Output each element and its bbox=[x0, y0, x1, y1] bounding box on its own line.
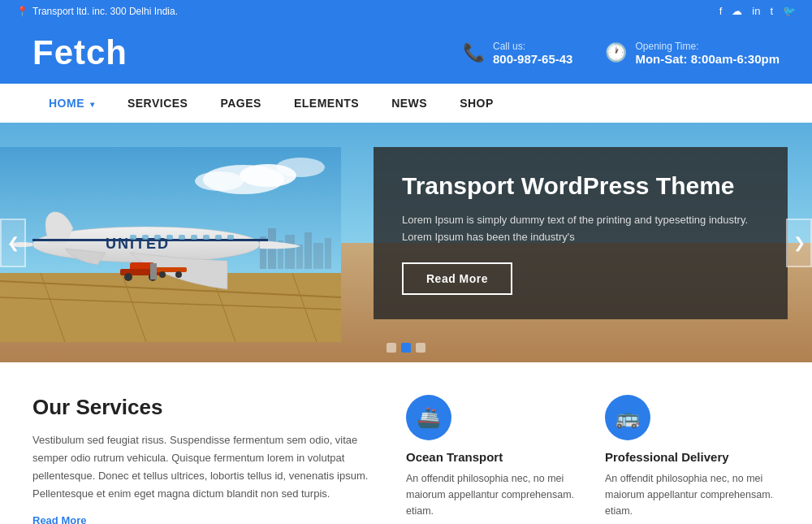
airplane-container: UNITED bbox=[0, 139, 341, 350]
ship-icon: 🚢 bbox=[417, 406, 441, 429]
nav-link-services[interactable]: SERVICES bbox=[111, 84, 205, 123]
hours-contact: 🕐 Opening Time: Mon-Sat: 8:00am-6:30pm bbox=[605, 41, 780, 66]
svg-point-10 bbox=[195, 171, 244, 191]
nav-link-elements[interactable]: ELEMENTS bbox=[278, 84, 375, 123]
phone-info: Call us: 800-987-65-43 bbox=[493, 41, 572, 66]
svg-rect-19 bbox=[325, 238, 331, 269]
svg-rect-36 bbox=[154, 267, 187, 272]
opening-hours: Mon-Sat: 8:00am-6:30pm bbox=[635, 52, 780, 66]
pin-icon: 📍 bbox=[16, 6, 28, 17]
clock-icon: 🕐 bbox=[605, 42, 627, 63]
svg-rect-30 bbox=[215, 235, 222, 240]
ocean-transport-title: Ocean Transport bbox=[406, 450, 503, 464]
services-intro: Our Services Vestibulum sed feugiat risu… bbox=[32, 395, 374, 524]
services-description: Vestibulum sed feugiat risus. Suspendiss… bbox=[32, 431, 374, 503]
svg-point-34 bbox=[124, 273, 132, 281]
read-more-button[interactable]: Read More bbox=[402, 262, 512, 295]
services-read-more-link[interactable]: Read More bbox=[32, 514, 86, 524]
phone-contact: 📞 Call us: 800-987-65-43 bbox=[463, 41, 572, 66]
nav-item-pages[interactable]: PAGES bbox=[204, 84, 277, 123]
svg-rect-31 bbox=[227, 235, 234, 240]
nav-link-shop[interactable]: SHOP bbox=[443, 84, 510, 123]
social-links: f ☁ in t 🐦 bbox=[719, 5, 796, 17]
airplane-svg: UNITED bbox=[0, 147, 341, 342]
nav-list: HOME ▾ SERVICES PAGES ELEMENTS NEWS SHOP bbox=[32, 84, 780, 123]
navigation: HOME ▾ SERVICES PAGES ELEMENTS NEWS SHOP bbox=[0, 84, 812, 123]
nav-link-pages[interactable]: PAGES bbox=[204, 84, 277, 123]
nav-item-shop[interactable]: SHOP bbox=[443, 84, 510, 123]
svg-rect-16 bbox=[296, 245, 303, 269]
hero-title: Transport WordPress Theme bbox=[402, 171, 759, 201]
prev-slide-button[interactable]: ❮ bbox=[0, 219, 26, 267]
svg-point-37 bbox=[159, 271, 166, 278]
linkedin-icon[interactable]: in bbox=[752, 5, 760, 17]
service-card-delivery: 🚌 Professional Delivery An offendit phil… bbox=[605, 395, 780, 524]
service-card-ocean: 🚢 Ocean Transport An offendit philosophi… bbox=[406, 395, 581, 524]
svg-rect-27 bbox=[179, 235, 185, 240]
svg-point-11 bbox=[276, 158, 325, 177]
dot-1[interactable] bbox=[387, 343, 396, 353]
ocean-transport-description: An offendit philosophia nec, no mei maio… bbox=[406, 470, 581, 519]
svg-point-38 bbox=[175, 271, 182, 278]
hours-info: Opening Time: Mon-Sat: 8:00am-6:30pm bbox=[635, 41, 780, 66]
nav-item-home[interactable]: HOME ▾ bbox=[32, 84, 111, 123]
hero-content-box: Transport WordPress Theme Lorem Ipsum is… bbox=[374, 147, 788, 319]
nav-item-services[interactable]: SERVICES bbox=[111, 84, 205, 123]
dot-3[interactable] bbox=[416, 343, 425, 353]
phone-number: 800-987-65-43 bbox=[493, 52, 572, 66]
call-label: Call us: bbox=[493, 41, 572, 52]
next-slide-button[interactable]: ❯ bbox=[786, 219, 812, 267]
svg-rect-18 bbox=[313, 243, 323, 269]
slider-dots bbox=[387, 343, 425, 353]
opening-label: Opening Time: bbox=[635, 41, 780, 52]
delivery-title: Professional Delivery bbox=[605, 450, 729, 464]
chevron-down-icon: ▾ bbox=[90, 100, 95, 109]
phone-icon: 📞 bbox=[463, 42, 485, 63]
svg-rect-28 bbox=[191, 235, 197, 240]
svg-rect-39 bbox=[150, 263, 157, 279]
svg-rect-23 bbox=[130, 235, 136, 240]
header: Fetch 📞 Call us: 800-987-65-43 🕐 Opening… bbox=[0, 22, 812, 84]
address-text: Transport ltd. inc. 300 Delhi India. bbox=[32, 6, 178, 17]
services-heading: Our Services bbox=[32, 395, 374, 420]
delivery-icon-circle: 🚌 bbox=[605, 395, 650, 440]
nav-item-elements[interactable]: ELEMENTS bbox=[278, 84, 375, 123]
service-cards-container: 🚢 Ocean Transport An offendit philosophi… bbox=[406, 395, 780, 524]
hero-slider: UNITED bbox=[0, 123, 812, 362]
delivery-description: An offendit philosophia nec, no mei maio… bbox=[605, 470, 780, 519]
skype-icon[interactable]: ☁ bbox=[732, 5, 742, 17]
svg-rect-29 bbox=[203, 235, 209, 240]
twitter-icon[interactable]: 🐦 bbox=[783, 5, 796, 17]
tumblr-icon[interactable]: t bbox=[770, 5, 773, 17]
header-contact: 📞 Call us: 800-987-65-43 🕐 Opening Time:… bbox=[463, 41, 780, 66]
logo[interactable]: Fetch bbox=[32, 33, 127, 72]
hero-description: Lorem Ipsum is simply dummy text of the … bbox=[402, 212, 759, 246]
dot-2[interactable] bbox=[401, 343, 411, 353]
svg-rect-24 bbox=[142, 235, 149, 240]
bus-icon: 🚌 bbox=[615, 406, 640, 429]
nav-item-news[interactable]: NEWS bbox=[375, 84, 443, 123]
svg-rect-15 bbox=[285, 235, 295, 269]
nav-link-home[interactable]: HOME ▾ bbox=[32, 84, 111, 123]
nav-link-news[interactable]: NEWS bbox=[375, 84, 443, 123]
address-bar: 📍 Transport ltd. inc. 300 Delhi India. bbox=[16, 6, 178, 17]
svg-rect-25 bbox=[154, 235, 161, 240]
svg-rect-26 bbox=[166, 235, 173, 240]
top-bar: 📍 Transport ltd. inc. 300 Delhi India. f… bbox=[0, 0, 812, 22]
hero-background: UNITED bbox=[0, 123, 812, 362]
svg-rect-17 bbox=[304, 232, 312, 269]
ocean-transport-icon-circle: 🚢 bbox=[406, 395, 451, 440]
services-section: Our Services Vestibulum sed feugiat risu… bbox=[0, 362, 812, 524]
facebook-icon[interactable]: f bbox=[719, 5, 723, 17]
